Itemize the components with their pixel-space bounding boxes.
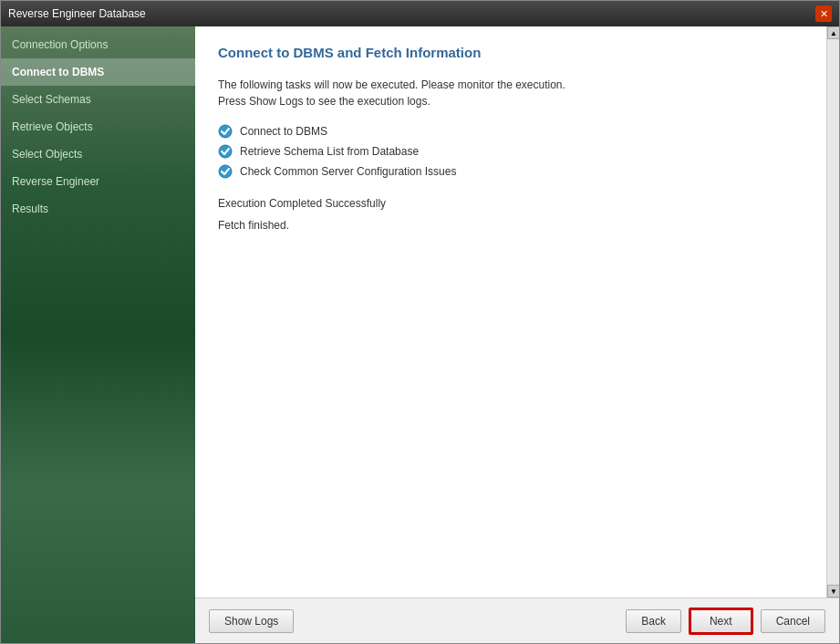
close-button[interactable]: ✕ [815,5,832,22]
sidebar-item-retrieve-objects[interactable]: Retrieve Objects [1,113,195,140]
task-item-connect: Connect to DBMS [218,124,816,139]
description-line1: The following tasks will now be executed… [218,78,565,91]
main-content: Connect to DBMS and Fetch Information Th… [195,26,839,643]
title-bar: Reverse Engineer Database ✕ [1,1,839,26]
description: The following tasks will now be executed… [218,77,816,109]
content-area: Connect to DBMS and Fetch Information Th… [195,26,839,597]
next-button[interactable]: Next [689,608,753,635]
task-label-check: Check Common Server Configuration Issues [240,165,456,178]
check-icon-retrieve [218,144,233,159]
footer-left: Show Logs [209,609,294,633]
footer: Show Logs Back Next Cancel [195,597,839,643]
task-item-check: Check Common Server Configuration Issues [218,164,816,179]
page-title: Connect to DBMS and Fetch Information [218,45,816,60]
check-icon-check [218,164,233,179]
dialog-body: Connection Options Connect to DBMS Selec… [1,26,839,643]
task-item-retrieve: Retrieve Schema List from Database [218,144,816,159]
show-logs-button[interactable]: Show Logs [209,609,294,633]
sidebar: Connection Options Connect to DBMS Selec… [1,26,195,643]
scrollbar[interactable]: ▲ ▼ [826,26,839,597]
task-label-connect: Connect to DBMS [240,125,327,138]
cancel-button[interactable]: Cancel [761,609,825,633]
task-label-retrieve: Retrieve Schema List from Database [240,145,419,158]
status-fetch: Fetch finished. [218,219,816,232]
status-completed: Execution Completed Successfully [218,197,816,210]
sidebar-item-connect-to-dbms[interactable]: Connect to DBMS [1,58,195,86]
check-icon-connect [218,124,233,139]
sidebar-item-results[interactable]: Results [1,195,195,223]
scroll-up-button[interactable]: ▲ [827,26,839,39]
scrollbar-track[interactable] [827,39,839,585]
task-list: Connect to DBMS Retrieve Schema List fro… [218,124,816,179]
scroll-down-button[interactable]: ▼ [827,585,839,597]
sidebar-item-reverse-engineer[interactable]: Reverse Engineer [1,168,195,195]
window-title: Reverse Engineer Database [8,7,146,20]
sidebar-item-connection-options[interactable]: Connection Options [1,31,195,58]
back-button[interactable]: Back [626,609,681,633]
sidebar-item-select-objects[interactable]: Select Objects [1,140,195,168]
footer-right: Back Next Cancel [626,608,825,635]
description-line2: Press Show Logs to see the execution log… [218,95,430,108]
sidebar-item-select-schemas[interactable]: Select Schemas [1,86,195,113]
main-window: Reverse Engineer Database ✕ Connection O… [0,0,840,644]
